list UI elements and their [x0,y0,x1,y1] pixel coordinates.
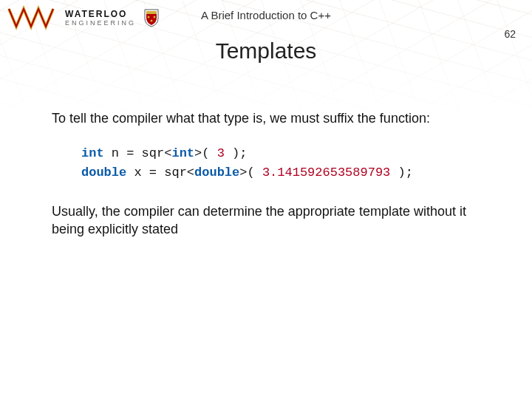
code-text: ); [390,166,413,180]
keyword-int: int [81,146,104,160]
code-text: >( [194,146,217,160]
number-literal: 3 [217,146,225,160]
keyword-double: double [194,166,239,180]
slide-title: Templates [0,38,532,64]
slide-body: To tell the compiler what that type is, … [52,111,495,239]
number-literal: 3.141592653589793 [262,166,390,180]
code-text: >( [239,166,262,180]
code-text: ); [225,146,248,160]
code-text: x = sqr< [126,166,194,180]
keyword-double: double [81,166,126,180]
keyword-int: int [171,146,194,160]
code-text: n = sqr< [104,146,172,160]
paragraph-1: To tell the compiler what that type is, … [52,111,495,126]
paragraph-2: Usually, the compiler can determine the … [52,202,495,239]
slide: WATERLOO ENGINEERING A Brief Introductio… [0,0,532,399]
code-block: int n = sqr<int>( 3 ); double x = sqr<do… [81,144,495,182]
document-title: A Brief Introduction to C++ [0,9,532,21]
